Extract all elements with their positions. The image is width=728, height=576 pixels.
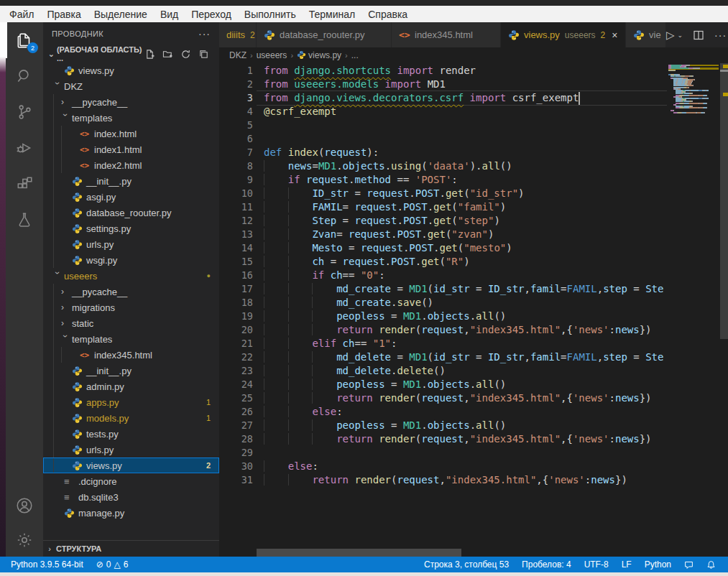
eol-item[interactable]: LF	[615, 557, 638, 572]
editor-more-actions-icon[interactable]: ···	[714, 29, 727, 41]
workspace-section-header[interactable]: ⌄ (РАБОЧАЯ ОБЛАСТЬ) ...	[43, 45, 219, 62]
code-line-9[interactable]: 9 if request.method == 'POST':	[219, 173, 667, 187]
scrollbar-thumb[interactable]	[720, 63, 728, 339]
code-line-8[interactable]: 8 news=MD1.objects.using('daata').all()	[219, 159, 667, 173]
horizontal-scrollbar-thumb[interactable]	[257, 549, 461, 557]
code-line-29[interactable]: 29	[219, 446, 667, 460]
tree-item-apps.py[interactable]: apps.py1	[43, 394, 219, 410]
tree-item-.dcignore[interactable]: ≡.dcignore	[43, 473, 219, 489]
feedback-icon[interactable]	[678, 557, 700, 572]
tree-item-templates[interactable]: ›templates	[43, 110, 219, 126]
split-editor-icon[interactable]	[693, 29, 704, 41]
menu-Правка[interactable]: Правка	[40, 9, 87, 20]
tab-views.py[interactable]: views.pyuseeers2×	[501, 22, 626, 47]
tree-item-admin.py[interactable]: admin.py	[43, 378, 219, 394]
code-line-17[interactable]: 17 md_create = MD1(id_str = ID_str,famil…	[219, 282, 667, 296]
code-line-20[interactable]: 20 return render(request,"index345.html"…	[219, 323, 667, 337]
tree-item-index1.html[interactable]: <>index1.html	[43, 141, 219, 157]
refresh-icon[interactable]	[180, 49, 191, 60]
tree-item-manage.py[interactable]: manage.py	[43, 505, 219, 521]
tree-item-index2.html[interactable]: <>index2.html	[43, 157, 219, 173]
code-line-21[interactable]: 21 elif ch== "1":	[219, 337, 667, 350]
code-line-5[interactable]: 5	[219, 119, 667, 132]
tree-item-__pycache__[interactable]: ›__pycache__	[43, 284, 219, 299]
run-debug-icon[interactable]	[6, 130, 43, 166]
code-line-28[interactable]: 28 return render(request,"index345.html"…	[219, 432, 667, 446]
tree-item-migrations[interactable]: ›migrations	[43, 299, 219, 315]
problems-item[interactable]: ⊘ 0 △ 6	[90, 557, 135, 572]
code-line-16[interactable]: 16 if ch== "0":	[219, 269, 667, 282]
code-line-22[interactable]: 22 md_delete = MD1(id_str = ID_str,famil…	[219, 350, 667, 364]
code-line-18[interactable]: 18 md_create.save()	[219, 296, 667, 310]
code-line-4[interactable]: 4@csrf_exempt	[219, 105, 667, 119]
close-icon[interactable]: ×	[612, 29, 617, 41]
code-line-11[interactable]: 11 FAMIL= request.POST.get("famil")	[219, 200, 667, 214]
tree-item-models.py[interactable]: models.py1	[43, 410, 219, 426]
tree-item-__pycache__[interactable]: ›__pycache__	[43, 94, 219, 110]
menu-Вид[interactable]: Вид	[154, 9, 185, 20]
tab-database_roouter.py[interactable]: database_roouter.py	[257, 22, 392, 47]
collapse-all-icon[interactable]	[198, 49, 209, 60]
outline-section-header[interactable]: › СТРУКТУРА	[43, 540, 219, 557]
menu-Выполнить[interactable]: Выполнить	[238, 9, 303, 20]
code-line-13[interactable]: 13 Zvan= request.POST.get("zvan")	[219, 228, 667, 241]
new-file-icon[interactable]	[144, 49, 155, 60]
run-dropdown-chevron-icon[interactable]: ⌄	[678, 32, 683, 39]
editor-code-area[interactable]: 1from django.shortcuts import render2fro…	[219, 63, 728, 557]
code-line-27[interactable]: 27 peopless = MD1.objects.all()	[219, 419, 667, 432]
code-line-19[interactable]: 19 peopless = MD1.objects.all()	[219, 310, 667, 323]
code-line-26[interactable]: 26 else:	[219, 405, 667, 419]
code-line-3[interactable]: 3from django.views.decorators.csrf impor…	[219, 91, 667, 105]
tree-item-db.sqlite3[interactable]: ≡db.sqlite3	[43, 489, 219, 505]
settings-gear-icon[interactable]	[6, 524, 43, 557]
code-line-2[interactable]: 2from useeers.models import MD1	[219, 78, 667, 91]
tree-item-settings.py[interactable]: settings.py	[43, 220, 219, 236]
tree-item-index345.html[interactable]: <>index345.html	[43, 347, 219, 363]
source-control-icon[interactable]	[6, 94, 43, 130]
cursor-position-item[interactable]: Строка 3, столбец 53	[418, 557, 515, 572]
tree-item-views.py[interactable]: views.py	[43, 62, 219, 78]
tab-vie[interactable]: vie	[626, 22, 666, 47]
tree-item-tests.py[interactable]: tests.py	[43, 426, 219, 442]
code-line-10[interactable]: 10 ID_str = request.POST.get("id_str")	[219, 187, 667, 200]
encoding-item[interactable]: UTF-8	[578, 557, 615, 572]
tree-item-database_roouter.py[interactable]: database_roouter.py	[43, 205, 219, 220]
menu-Переход[interactable]: Переход	[185, 9, 238, 20]
tree-item-asgi.py[interactable]: asgi.py	[43, 189, 219, 205]
tab-index345.html[interactable]: <>index345.html	[392, 22, 501, 47]
breadcrumb-item-useeers[interactable]: useeers	[257, 50, 287, 60]
new-folder-icon[interactable]	[162, 49, 173, 60]
notifications-bell-icon[interactable]	[700, 557, 722, 572]
account-icon[interactable]	[6, 488, 43, 524]
tree-item-__init__.py[interactable]: __init__.py	[43, 173, 219, 189]
tree-item-views.py[interactable]: views.py2	[43, 457, 219, 473]
search-icon[interactable]	[6, 58, 43, 94]
breadcrumb-item-views.py[interactable]: views.py	[297, 50, 341, 60]
code-line-6[interactable]: 6	[219, 132, 667, 146]
breadcrumb-item-DKZ[interactable]: DKZ	[229, 50, 246, 60]
code-line-7[interactable]: 7def index(request):	[219, 146, 667, 159]
vertical-scrollbar[interactable]	[720, 63, 728, 557]
tree-item-DKZ[interactable]: ›DKZ	[43, 78, 219, 94]
tree-item-templates[interactable]: ›templates	[43, 331, 219, 347]
code-line-12[interactable]: 12 Step = request.POST.get("step")	[219, 214, 667, 228]
explorer-icon[interactable]: 2	[6, 22, 43, 58]
tree-item-urls.py[interactable]: urls.py	[43, 236, 219, 252]
menu-Терминал[interactable]: Терминал	[303, 9, 361, 20]
tree-item-__init__.py[interactable]: __init__.py	[43, 363, 219, 378]
menu-Справка[interactable]: Справка	[361, 9, 414, 20]
code-line-23[interactable]: 23 md_delete.delete()	[219, 364, 667, 378]
tab-diiits[interactable]: diiits2●	[219, 22, 257, 47]
run-python-file-icon[interactable]: ▷	[666, 29, 675, 42]
sidebar-more-icon[interactable]: ···	[198, 28, 211, 40]
menu-Выделение[interactable]: Выделение	[88, 9, 154, 20]
testing-icon[interactable]	[6, 202, 43, 238]
tree-item-wsgi.py[interactable]: wsgi.py	[43, 252, 219, 268]
code-line-31[interactable]: 31 return render(request,"index345.html"…	[219, 473, 667, 487]
breadcrumb[interactable]: DKZ›useeers›views.py›...	[219, 47, 728, 63]
code-line-25[interactable]: 25 return render(request,"index345.html"…	[219, 391, 667, 405]
code-line-14[interactable]: 14 Mesto = request.POST.get("mesto")	[219, 241, 667, 255]
tree-item-static[interactable]: ›static	[43, 315, 219, 331]
extensions-icon[interactable]	[6, 166, 43, 202]
tree-item-index.html[interactable]: <>index.html	[43, 126, 219, 141]
